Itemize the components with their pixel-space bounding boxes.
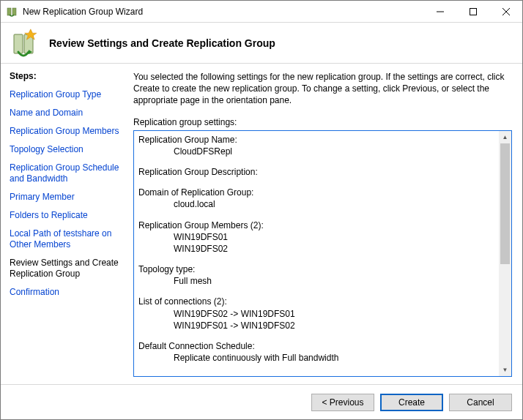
steps-pane: Steps: Replication Group TypeName and Do… (1, 64, 129, 384)
minimize-button[interactable] (423, 1, 456, 22)
settings-content: Replication Group Name:CloudDFSReplRepli… (134, 131, 499, 376)
step-item: Review Settings and Create Replication G… (10, 255, 125, 282)
settings-value: WIN19DFS01 -> WIN19DFS02 (138, 320, 496, 331)
step-item[interactable]: Confirmation (10, 285, 125, 300)
body-area: Steps: Replication Group TypeName and Do… (1, 64, 522, 384)
scroll-track[interactable] (499, 143, 511, 364)
cancel-button[interactable]: Cancel (449, 394, 512, 411)
settings-textbox[interactable]: Replication Group Name:CloudDFSReplRepli… (133, 130, 512, 377)
step-item[interactable]: Replication Group Type (10, 87, 125, 102)
window-controls (423, 1, 522, 22)
create-button[interactable]: Create (380, 394, 443, 411)
svg-rect-1 (12, 8, 16, 15)
svg-rect-3 (470, 8, 476, 15)
maximize-button[interactable] (456, 1, 489, 22)
step-item[interactable]: Replication Group Members (10, 124, 125, 139)
intro-text: You selected the following settings for … (133, 71, 512, 107)
settings-key: Replication Group Description: (138, 166, 496, 178)
settings-value: CloudDFSRepl (138, 146, 496, 157)
wizard-icon (11, 29, 40, 58)
scroll-down-arrow-icon[interactable]: ▼ (499, 364, 511, 376)
settings-value: WIN19DFS01 (138, 231, 496, 243)
previous-button[interactable]: < Previous (311, 394, 374, 411)
settings-key: Replication Group Name: (138, 134, 496, 146)
step-item[interactable]: Primary Member (10, 190, 125, 205)
settings-label: Replication group settings: (133, 117, 512, 127)
settings-group: Domain of Replication Group:cloud.local (138, 187, 496, 210)
scroll-thumb[interactable] (500, 143, 510, 265)
settings-group: List of connections (2):WIN19DFS02 -> WI… (138, 296, 496, 331)
step-item[interactable]: Folders to Replicate (10, 208, 125, 223)
settings-key: Default Connection Schedule: (138, 340, 496, 352)
settings-value: Full mesh (138, 275, 496, 287)
step-item[interactable]: Local Path of testshare on Other Members (10, 226, 125, 252)
header-band: Review Settings and Create Replication G… (1, 23, 522, 64)
titlebar: New Replication Group Wizard (1, 1, 522, 23)
scroll-up-arrow-icon[interactable]: ▲ (499, 131, 511, 143)
step-item[interactable]: Replication Group Schedule and Bandwidth (10, 160, 125, 187)
settings-value: cloud.local (138, 198, 496, 210)
settings-group: Default Connection Schedule:Replicate co… (138, 340, 496, 364)
page-title: Review Settings and Create Replication G… (49, 37, 275, 49)
steps-list: Replication Group TypeName and DomainRep… (10, 87, 125, 300)
settings-key: Replication Group Members (2): (138, 220, 496, 231)
app-icon (7, 6, 18, 18)
close-button[interactable] (489, 1, 522, 22)
scrollbar[interactable]: ▲ ▼ (499, 131, 511, 376)
settings-value: WIN19DFS02 -> WIN19DFS01 (138, 308, 496, 320)
footer: < Previous Create Cancel (1, 384, 522, 419)
settings-key: Topology type: (138, 263, 496, 275)
svg-rect-6 (14, 34, 23, 53)
steps-heading: Steps: (10, 71, 125, 81)
wizard-window: New Replication Group Wizard Review Se (0, 0, 523, 420)
settings-value: WIN19DFS02 (138, 243, 496, 255)
settings-group: Replication Group Name:CloudDFSRepl (138, 134, 496, 157)
settings-key: Domain of Replication Group: (138, 187, 496, 198)
settings-group: Replication Group Members (2):WIN19DFS01… (138, 220, 496, 255)
step-item[interactable]: Topology Selection (10, 142, 125, 157)
settings-group: Topology type:Full mesh (138, 263, 496, 287)
step-item[interactable]: Name and Domain (10, 105, 125, 121)
settings-value: Replicate continuously with Full bandwid… (138, 352, 496, 364)
settings-group: Replication Group Description: (138, 166, 496, 178)
content-pane: You selected the following settings for … (129, 64, 522, 384)
svg-rect-0 (7, 8, 11, 15)
window-title: New Replication Group Wizard (23, 7, 423, 17)
settings-key: List of connections (2): (138, 296, 496, 307)
